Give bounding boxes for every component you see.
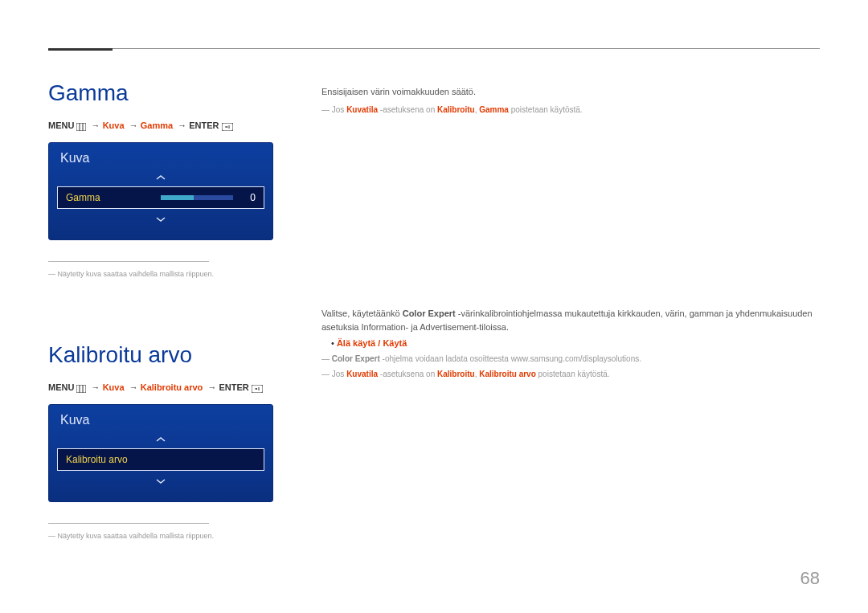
svg-rect-4 — [76, 385, 86, 393]
crumb2-enter: ENTER — [219, 382, 249, 392]
crumb-kuva: Kuva — [103, 121, 125, 130]
gamma-slider[interactable] — [161, 195, 233, 200]
section2-breadcrumb: MENU → Kuva → Kalibroitu arvo → ENTER — [48, 382, 321, 393]
crumb-gamma: Gamma — [141, 121, 173, 130]
chevron-down-icon[interactable] — [49, 474, 272, 487]
manual-page: Gamma MENU → Kuva → Gamma → ENTER Kuva G… — [0, 0, 868, 613]
section1-footnote: Näytetty kuva saattaa vaihdella mallista… — [48, 270, 321, 278]
section1-body1: Ensisijaisen värin voimakkuuden säätö. — [321, 85, 820, 99]
enter-icon — [252, 383, 263, 393]
top-rule — [48, 48, 820, 49]
section2-options-bullet: Älä käytä / Käytä — [331, 338, 820, 348]
menu1-row-value: 0 — [241, 192, 256, 203]
top-rule-accent — [48, 48, 113, 51]
crumb2-menu: MENU — [48, 382, 74, 392]
section1-note1: Jos Kuvatila -asetuksena on Kalibroitu, … — [321, 104, 820, 116]
svg-rect-0 — [76, 123, 86, 131]
section2-note3: Jos Kuvatila -asetuksena on Kalibroitu, … — [321, 368, 820, 380]
gamma-slider-fill — [161, 195, 194, 200]
menu1-row-gamma[interactable]: Gamma 0 — [57, 186, 264, 209]
section2-note2: Color Expert -ohjelma voidaan ladata oso… — [321, 353, 820, 365]
section2-menu-panel: Kuva Kalibroitu arvo — [48, 404, 273, 502]
menu2-title: Kuva — [49, 405, 272, 432]
section2-left: Kalibroitu arvo MENU → Kuva → Kalibroitu… — [48, 310, 321, 540]
menu1-title: Kuva — [49, 143, 272, 170]
section1-short-rule — [48, 261, 209, 262]
crumb2-kalib: Kalibroitu arvo — [141, 382, 203, 392]
section1-right: Ensisijaisen värin voimakkuuden säätö. J… — [321, 48, 820, 119]
page-number: 68 — [800, 568, 820, 589]
menu2-row-label: Kalibroitu arvo — [66, 454, 128, 465]
section2-body1: Valitse, käytetäänkö Color Expert -värin… — [321, 307, 820, 333]
section2-short-rule — [48, 523, 209, 524]
menu-grid-icon — [76, 121, 86, 131]
section2-footnote: Näytetty kuva saattaa vaihdella mallista… — [48, 532, 321, 540]
section1-left: Gamma MENU → Kuva → Gamma → ENTER Kuva G… — [48, 48, 321, 278]
chevron-up-icon[interactable] — [49, 432, 272, 445]
enter-icon — [222, 121, 233, 131]
menu-grid-icon — [76, 383, 86, 393]
section1-menu-panel: Kuva Gamma 0 — [48, 142, 273, 240]
menu2-row-kalib[interactable]: Kalibroitu arvo — [57, 448, 264, 471]
section2-right: Valitse, käytetäänkö Color Expert -värin… — [321, 278, 820, 383]
chevron-up-icon[interactable] — [49, 170, 272, 183]
section1-heading: Gamma — [48, 80, 321, 106]
menu1-row-label: Gamma — [66, 192, 100, 203]
section2-heading: Kalibroitu arvo — [48, 342, 321, 368]
section1-breadcrumb: MENU → Kuva → Gamma → ENTER — [48, 121, 321, 131]
chevron-down-icon[interactable] — [49, 212, 272, 225]
crumb-menu: MENU — [48, 121, 74, 130]
crumb2-kuva: Kuva — [103, 382, 125, 392]
crumb-enter: ENTER — [189, 121, 219, 130]
